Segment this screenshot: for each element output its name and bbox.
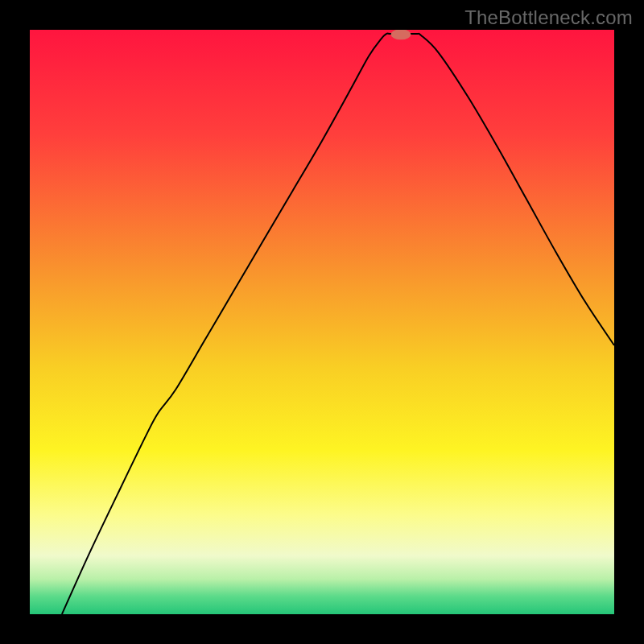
outer-frame: TheBottleneck.com [0,0,644,644]
chart-svg [30,30,614,614]
gradient-background [30,30,614,614]
watermark-text: TheBottleneck.com [464,6,633,29]
chart-plot-area [30,30,614,614]
